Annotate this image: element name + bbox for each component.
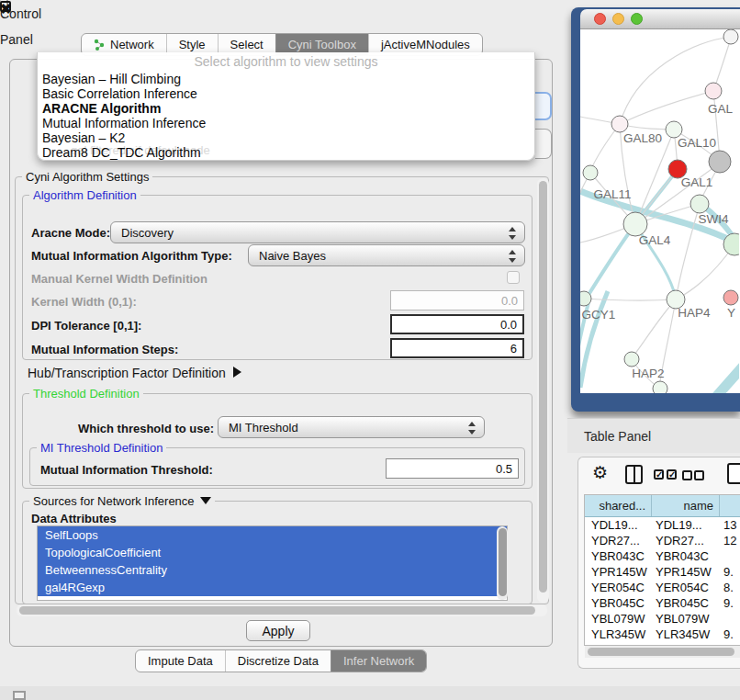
inference-algorithm-combo-fragment[interactable] [535, 92, 552, 120]
zoom-traffic-light-icon[interactable] [631, 13, 643, 25]
mi-steps-value: 6 [510, 342, 517, 356]
network-edge [585, 299, 676, 300]
aracne-mode-label: Aracne Mode: [31, 226, 110, 240]
column-header[interactable] [720, 495, 740, 516]
table-cell: 12 [720, 533, 740, 548]
settings-vertical-scrollbar[interactable] [537, 178, 549, 603]
minimized-panel-icon[interactable] [13, 691, 26, 700]
table-cell: YBL079W [652, 611, 720, 627]
table-cell: YLR345W [652, 627, 720, 642]
network-canvas[interactable]: GALGAL80GAL10GAL1GAL11GAL4SWI4HAP4YGCY1H… [580, 29, 740, 393]
table-header-row: shared...name [585, 495, 740, 517]
tab-impute-data[interactable]: Impute Data [136, 650, 225, 672]
attributes-list-scrollbar[interactable] [497, 526, 508, 600]
attribute-list-item[interactable]: gal4RGexp [38, 579, 507, 596]
mi-threshold-field[interactable]: 0.5 [386, 458, 519, 479]
network-window-titlebar[interactable] [580, 9, 740, 29]
tab-infer-network[interactable]: Infer Network [331, 650, 426, 672]
node-label: GCY1 [582, 308, 616, 322]
settings-gear-icon[interactable]: ⚙ [592, 462, 608, 483]
network-node[interactable] [709, 151, 731, 173]
scrollbar-thumb[interactable] [588, 648, 734, 656]
node-label: GAL4 [639, 233, 671, 247]
table-row[interactable]: YLR345WYLR345W9. [585, 627, 740, 642]
network-node-gcy1[interactable] [580, 291, 591, 306]
node-label: GAL10 [678, 136, 716, 150]
network-node-gal[interactable] [705, 83, 722, 99]
close-traffic-light-icon[interactable] [594, 13, 606, 25]
scrollbar-thumb[interactable] [19, 606, 535, 615]
table-row[interactable]: YDR27...YDR27...12 [585, 533, 740, 548]
network-node-gal11[interactable] [583, 165, 598, 180]
aracne-mode-select[interactable]: Discovery [110, 221, 525, 243]
deselect-all-checkbox-icon[interactable] [682, 470, 692, 480]
data-attributes-label: Data Attributes [31, 512, 117, 525]
mi-threshold-label: Mutual Information Threshold: [40, 463, 213, 477]
split-columns-icon[interactable] [625, 465, 643, 484]
tab-label: Impute Data [148, 654, 213, 668]
network-node-hap2[interactable] [624, 352, 639, 367]
mi-steps-label: Mutual Information Steps: [31, 343, 178, 356]
table-cell: YBR043C [585, 548, 652, 564]
node-label: SWI4 [698, 212, 728, 226]
table-row[interactable]: YBR045CYBR045C9. [585, 595, 740, 611]
algorithm-option[interactable]: Mutual Information Inference [42, 116, 206, 130]
algorithm-option[interactable]: Dream8 DC_TDC Algorithm [42, 145, 201, 160]
table-panel-title: Table Panel [584, 419, 651, 454]
network-node[interactable] [653, 381, 667, 393]
close-icon[interactable]: ✖ [0, 1, 12, 17]
attribute-list-item[interactable]: TopologicalCoefficient [38, 544, 507, 561]
table-row[interactable]: YER054CYER054C8. [585, 580, 740, 595]
settings-group-title: Cyni Algorithm Settings [22, 170, 152, 184]
dpi-tolerance-field[interactable]: 0.0 [390, 314, 524, 334]
threshold-definition-title: Threshold Definition [29, 387, 143, 401]
table-row[interactable]: YBR043CYBR043C [585, 548, 740, 564]
minimize-traffic-light-icon[interactable] [612, 13, 624, 25]
network-node[interactable] [723, 29, 738, 44]
data-attributes-list[interactable]: SelfLoopsTopologicalCoefficientBetweenne… [37, 525, 508, 601]
table-horizontal-scrollbar[interactable] [585, 646, 740, 658]
column-header[interactable]: name [652, 495, 720, 516]
tab-discretize-data[interactable]: Discretize Data [225, 650, 331, 672]
network-icon [94, 39, 106, 51]
mi-type-select[interactable]: Naive Bayes [248, 244, 525, 266]
algorithm-placeholder: Select algorithm to view settings [38, 54, 534, 69]
tab-label: Infer Network [343, 654, 414, 668]
document-icon[interactable] [727, 463, 740, 484]
table-cell: 13 [720, 517, 740, 533]
settings-horizontal-scrollbar[interactable] [17, 604, 547, 616]
network-node-gal80[interactable] [611, 116, 628, 132]
table-cell: YBR045C [652, 595, 720, 611]
scrollbar-thumb[interactable] [499, 528, 507, 596]
table-row[interactable]: YBL079WYBL079W [585, 611, 740, 627]
algorithm-option[interactable]: Bayesian – Hill Climbing [42, 72, 181, 86]
column-header[interactable]: shared... [585, 495, 652, 516]
hub-definition-expander[interactable]: Hub/Transcription Factor Definition [28, 366, 241, 380]
algorithm-option[interactable]: Basic Correlation Inference [42, 86, 197, 101]
table-cell: 9. [720, 627, 740, 642]
table-row[interactable]: YDL19...YDL19...13 [585, 517, 740, 533]
mi-threshold-group-title: MI Threshold Definition [37, 441, 166, 455]
table-cell: YDL19... [652, 517, 720, 533]
algorithm-option[interactable]: ARACNE Algorithm [42, 101, 161, 116]
algorithm-option[interactable]: Bayesian – K2 [42, 130, 125, 145]
which-threshold-select[interactable]: MI Threshold [218, 416, 485, 438]
mi-steps-field[interactable]: 6 [390, 338, 524, 358]
select-all-checkbox-icon[interactable]: ✓ [667, 469, 677, 480]
table-row[interactable]: YPR145WYPR145W9. [585, 564, 740, 580]
attribute-list-item[interactable]: SelfLoops [38, 526, 507, 544]
manual-kernel-checkbox [507, 271, 520, 284]
sources-group-title[interactable]: Sources for Network Inference [29, 494, 215, 508]
scrollbar-thumb[interactable] [539, 181, 547, 593]
network-node-swi4[interactable] [690, 195, 709, 213]
table-cell [720, 548, 740, 564]
table-data-combo-fragment[interactable] [535, 129, 552, 159]
attribute-list-item[interactable]: BetweennessCentrality [38, 561, 507, 579]
expand-right-icon [233, 367, 241, 378]
network-node-y[interactable] [723, 290, 738, 305]
select-all-checkbox-icon[interactable]: ✓ [654, 469, 664, 480]
table-cell [720, 611, 740, 627]
deselect-all-checkbox-icon[interactable] [694, 470, 704, 480]
apply-button[interactable]: Apply [246, 620, 310, 641]
mi-type-value: Naive Bayes [259, 249, 326, 263]
